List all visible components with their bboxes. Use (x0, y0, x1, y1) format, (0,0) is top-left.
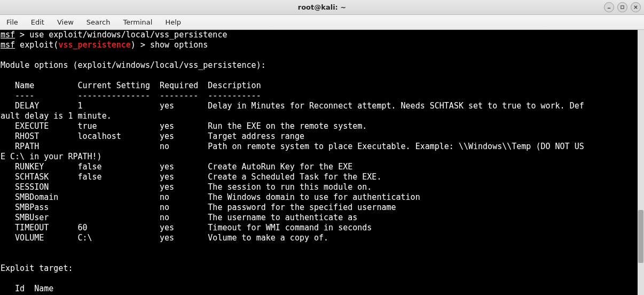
minimize-icon (607, 5, 611, 10)
terminal-container: msf > use exploit/windows/local/vss_pers… (0, 30, 644, 295)
menu-file[interactable]: File (3, 17, 21, 27)
scrollbar[interactable] (638, 30, 644, 295)
terminal-output[interactable]: msf > use exploit/windows/local/vss_pers… (0, 30, 638, 295)
menu-terminal[interactable]: Terminal (120, 17, 155, 27)
msf-prompt: msf (1, 40, 15, 50)
menu-edit[interactable]: Edit (28, 17, 48, 27)
maximize-icon (620, 5, 625, 10)
exploit-name: vss_persistence (58, 40, 130, 50)
menu-bar: File Edit View Search Terminal Help (0, 15, 644, 30)
window-buttons (604, 2, 641, 12)
close-icon (633, 5, 638, 10)
svg-rect-1 (621, 6, 624, 9)
window-title: root@kali: ~ (298, 3, 346, 11)
window-titlebar: root@kali: ~ (0, 0, 644, 15)
scrollbar-thumb[interactable] (638, 210, 643, 263)
menu-view[interactable]: View (54, 17, 77, 27)
minimize-button[interactable] (604, 2, 614, 12)
close-button[interactable] (631, 2, 641, 12)
menu-help[interactable]: Help (162, 17, 184, 27)
menu-search[interactable]: Search (83, 17, 114, 27)
maximize-button[interactable] (617, 2, 627, 12)
msf-prompt: msf (1, 30, 15, 40)
